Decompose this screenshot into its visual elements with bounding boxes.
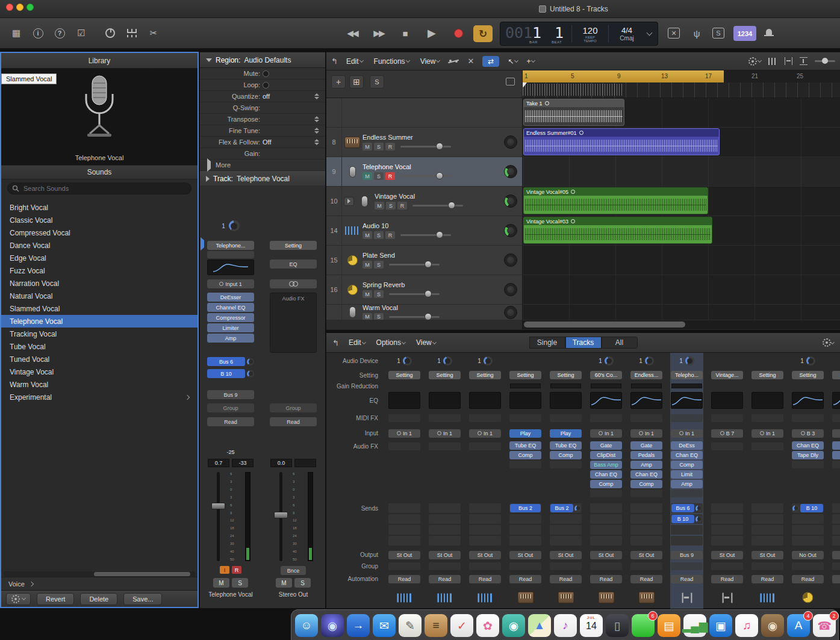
mixer-channel-strip[interactable]: 1 Setting In 1 (388, 353, 421, 609)
save-button[interactable]: Save... (123, 593, 162, 605)
track-lane[interactable]: Endless Summer#01 (523, 128, 840, 157)
send-slot[interactable] (509, 536, 541, 545)
send-slot[interactable] (792, 525, 824, 535)
audio-region[interactable]: Vintage Vocal#05 (523, 187, 708, 214)
parameter-toggle[interactable] (263, 70, 269, 77)
plugin-slot[interactable]: Amp (630, 461, 662, 469)
editors-button[interactable]: ✂ (143, 24, 164, 42)
dock-icon[interactable]: ◉ (321, 614, 344, 637)
dock-icon[interactable]: ▣ (709, 614, 732, 637)
plugin-slot[interactable]: Tape Dly (792, 451, 824, 459)
plugin-slot[interactable]: Chan EQ (671, 451, 703, 459)
mute-button[interactable]: M (362, 172, 372, 180)
dock-icon[interactable]: ✓ (450, 614, 473, 637)
plugin-slot[interactable]: Sp (832, 451, 840, 459)
eq-thumbnail[interactable] (711, 392, 743, 409)
track-lane[interactable]: Vintage Vocal#03 (523, 216, 840, 246)
input-button[interactable]: In 1 (832, 429, 840, 438)
output-button[interactable]: St Out (429, 551, 461, 559)
volume-value[interactable]: 0.7 (208, 459, 229, 467)
mixer-channel-strip[interactable]: Setting In 1 (751, 353, 784, 609)
cycle-button[interactable]: ↻ (473, 25, 493, 42)
volume-value[interactable]: 0.0 (270, 459, 292, 467)
plugin-slot[interactable]: Limit (671, 470, 703, 479)
region-parameter-row[interactable]: Quantize: off (200, 91, 325, 102)
close-window-button[interactable] (6, 4, 13, 11)
eq-thumbnail[interactable] (509, 392, 541, 409)
pan-knob[interactable] (499, 283, 522, 296)
output-button[interactable]: St Out (630, 551, 662, 559)
group-slot[interactable] (429, 562, 461, 570)
eq-button[interactable]: EQ (270, 259, 317, 269)
tracks-horizontal-scrollbar[interactable] (326, 320, 840, 329)
region-parameter-row[interactable]: Loop: (200, 79, 325, 91)
sound-list-item[interactable]: Natural Vocal (1, 290, 198, 302)
send-slot[interactable] (429, 525, 461, 535)
pan-knob[interactable] (499, 194, 522, 208)
empty-fx-slot[interactable] (751, 443, 783, 450)
channel-setting-button[interactable]: Setting (509, 371, 541, 379)
dock-icon[interactable]: JUL 14 (580, 614, 603, 637)
plugin-slot[interactable]: DeEsser (207, 293, 254, 302)
send-slot[interactable] (792, 514, 824, 524)
cycle-region[interactable] (523, 70, 724, 82)
fader-cap[interactable] (274, 512, 288, 518)
group-button[interactable]: Group (207, 403, 254, 412)
dock-icon[interactable]: ▤ (658, 614, 680, 637)
region-parameter-row[interactable]: Mute: (200, 68, 325, 79)
send-slot[interactable] (792, 536, 824, 545)
crossfade-tool-button[interactable]: ✕ (467, 57, 474, 66)
channel-setting-button[interactable]: Setting (792, 371, 824, 379)
group-slot[interactable] (469, 562, 501, 570)
count-in-button[interactable]: 1234 (733, 26, 756, 41)
dock-icon[interactable]: A 4 (787, 614, 810, 637)
plugin-slot[interactable]: Tube EQ (550, 441, 582, 450)
send-slot[interactable] (550, 525, 582, 535)
empty-fx-slot[interactable] (509, 461, 541, 468)
send-slot[interactable] (711, 514, 743, 524)
send-button[interactable]: B 10 (671, 515, 694, 523)
send-knob[interactable] (695, 516, 702, 523)
dock-icon[interactable]: ▯ (606, 614, 629, 637)
mixer-channel-strip[interactable]: 1 Setting In 1 (428, 353, 461, 609)
track-row[interactable]: 14 Audio 10 M S R (326, 216, 840, 246)
pointer-tool-menu[interactable]: ↖ (508, 57, 518, 66)
send-slot[interactable]: Bus 2 (509, 503, 541, 513)
track-header[interactable]: Warm Vocal M S R (326, 305, 523, 320)
track-lane[interactable]: Take 1 (523, 98, 840, 128)
forward-button[interactable]: ▶▶ (369, 24, 389, 42)
input-button[interactable]: In 1 (590, 429, 622, 438)
plugin-slot[interactable]: Comp (671, 461, 703, 469)
track-row[interactable]: Warm Vocal M S R (326, 305, 840, 320)
automation-mode-button[interactable]: Read (671, 575, 703, 583)
record-enable-button[interactable]: R (385, 172, 395, 180)
menu-item[interactable]: Functions (374, 57, 409, 66)
midi-fx-slot[interactable] (751, 414, 783, 422)
solo-button[interactable]: S (374, 313, 384, 320)
output-button[interactable]: St Out (751, 551, 783, 559)
mute-button[interactable]: M (375, 202, 384, 210)
empty-fx-slot[interactable] (832, 461, 840, 468)
slider-thumb[interactable] (425, 290, 432, 297)
slider-thumb[interactable] (436, 172, 443, 179)
volume-fader[interactable]: 630369121824304050 (207, 471, 254, 562)
plugin-slot[interactable]: ClipDist (590, 451, 622, 459)
track-header[interactable]: 9 Telephone Vocal M S R (326, 157, 523, 187)
automation-mode-button[interactable]: Read (270, 417, 317, 426)
input-monitor-button[interactable]: I (220, 566, 229, 574)
eq-thumbnail[interactable] (792, 392, 824, 409)
track-lane[interactable] (523, 246, 840, 275)
send-slot[interactable]: Bus 2 (550, 503, 582, 513)
send-slot[interactable] (469, 525, 501, 535)
mixer-channel-strip[interactable]: 1 Telepho... In 1 DeEssChan EQCompLimitA… (670, 353, 703, 609)
plugin-slot[interactable]: DeEss (671, 441, 703, 450)
sound-list-item[interactable]: Narration Vocal (1, 277, 198, 290)
empty-fx-slot[interactable] (792, 461, 824, 468)
send-slot[interactable]: B 10 (792, 503, 824, 513)
track-header[interactable]: 14 Audio 10 M S R (326, 216, 523, 246)
send-slot[interactable]: Bus 6 (671, 503, 703, 513)
track-name[interactable]: Vintage Vocal (375, 193, 499, 200)
mixer-toggle-button[interactable] (122, 24, 142, 42)
channel-setting-button[interactable]: Setting (751, 371, 783, 379)
sound-list-item[interactable]: Fuzz Vocal (1, 264, 198, 277)
